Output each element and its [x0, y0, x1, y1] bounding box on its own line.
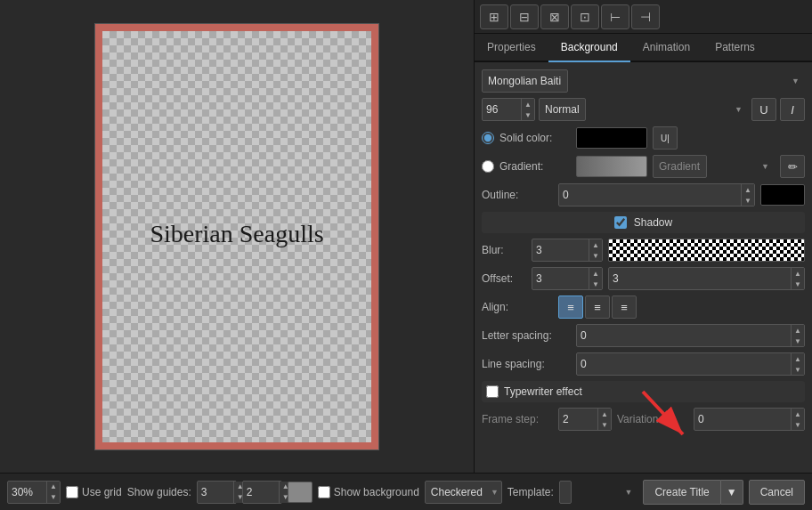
toolbar-btn-6[interactable]: ⊣: [631, 4, 660, 29]
outline-up[interactable]: ▲: [742, 184, 754, 195]
font-style-select[interactable]: Normal: [539, 98, 586, 121]
offset-y-input[interactable]: [609, 272, 791, 285]
line-spacing-down[interactable]: ▼: [792, 364, 804, 375]
typewriter-checkbox[interactable]: [486, 385, 499, 398]
create-title-arrow[interactable]: ▼: [721, 480, 743, 505]
blur-row: Blur: ▲ ▼: [482, 239, 805, 262]
tab-properties[interactable]: Properties: [475, 34, 548, 62]
right-panel: ⊞ ⊟ ⊠ ⊡ ⊢ ⊣ Properties Background Animat…: [474, 0, 812, 473]
frame-step-up[interactable]: ▲: [598, 409, 611, 419]
template-select[interactable]: [559, 481, 572, 504]
blur-label: Blur:: [482, 244, 526, 256]
canvas-area: Siberian Seagulls: [0, 0, 474, 473]
canvas-content: Siberian Seagulls: [94, 23, 379, 450]
frame-step-arrows: ▲ ▼: [597, 409, 611, 430]
align-row: Align: ≡ ≡ ≡: [482, 295, 805, 319]
outline-row: Outline: ▲ ▼: [482, 183, 805, 206]
blur-up[interactable]: ▲: [589, 239, 602, 250]
blur-down[interactable]: ▼: [589, 250, 602, 261]
create-title-button[interactable]: Create Title: [643, 480, 720, 505]
toolbar-btn-3[interactable]: ⊠: [540, 4, 569, 29]
guides-color-swatch[interactable]: [288, 482, 313, 503]
line-spacing-up[interactable]: ▲: [792, 353, 804, 364]
show-guides-text: Show guides:: [127, 486, 191, 498]
guides-spinner-1: ▲ ▼: [197, 481, 237, 504]
variation-label: Variation: [617, 413, 688, 425]
frame-step-down[interactable]: ▼: [598, 419, 611, 430]
line-spacing-input[interactable]: [577, 358, 791, 370]
gradient-select[interactable]: Gradient: [653, 155, 707, 178]
line-spacing-arrows: ▲ ▼: [791, 353, 804, 375]
toolbar-btn-1[interactable]: ⊞: [480, 4, 508, 29]
italic-button[interactable]: I: [780, 98, 805, 121]
font-size-arrows: ▲ ▼: [521, 99, 534, 120]
bottom-toolbar: ▲ ▼ Use grid Show guides: ▲ ▼ ▲ ▼: [0, 473, 812, 510]
blur-input[interactable]: [532, 244, 589, 256]
solid-color-radio[interactable]: [482, 132, 494, 144]
guides-input-2[interactable]: [243, 486, 279, 498]
use-grid-label[interactable]: Use grid: [66, 486, 122, 498]
align-center-button[interactable]: ≡: [585, 295, 610, 319]
zoom-arrows: ▲ ▼: [46, 482, 60, 503]
checkered-wrapper: Checkered ▼: [425, 481, 502, 504]
outline-down[interactable]: ▼: [742, 195, 754, 206]
align-left-button[interactable]: ≡: [558, 295, 583, 319]
frame-step-label: Frame step:: [482, 413, 553, 425]
shadow-checkbox[interactable]: [614, 216, 627, 229]
cancel-button[interactable]: Cancel: [749, 480, 805, 505]
outline-input[interactable]: [559, 189, 741, 201]
offset-x-spinner: ▲ ▼: [532, 267, 603, 290]
font-size-input[interactable]: [483, 103, 521, 116]
tab-patterns[interactable]: Patterns: [702, 34, 767, 62]
align-right-button[interactable]: ≡: [612, 295, 637, 319]
solid-color-swatch[interactable]: [576, 127, 647, 149]
offset-x-input[interactable]: [532, 272, 589, 285]
panel-tabs: Properties Background Animation Patterns: [475, 34, 812, 62]
font-select[interactable]: Mongolian Baiti: [482, 69, 568, 93]
letter-spacing-up[interactable]: ▲: [792, 325, 804, 336]
letter-spacing-input[interactable]: [577, 329, 791, 342]
show-background-label[interactable]: Show background: [318, 486, 419, 498]
bold-button[interactable]: U: [751, 98, 776, 121]
shadow-checkered-swatch[interactable]: [608, 239, 805, 262]
use-grid-checkbox[interactable]: [66, 486, 78, 498]
toolbar-btn-5[interactable]: ⊢: [601, 4, 629, 29]
pencil-button[interactable]: ✏: [780, 155, 805, 178]
variation-down[interactable]: ▼: [792, 419, 804, 430]
offset-y-up[interactable]: ▲: [792, 268, 804, 279]
template-select-wrapper: [559, 481, 638, 504]
zoom-up[interactable]: ▲: [47, 482, 60, 492]
font-size-down[interactable]: ▼: [522, 109, 534, 120]
line-spacing-spinner: ▲ ▼: [576, 352, 805, 376]
size-style-row: ▲ ▼ Normal U I: [482, 98, 805, 121]
gradient-radio[interactable]: [482, 160, 494, 173]
font-size-up[interactable]: ▲: [522, 99, 534, 109]
letter-spacing-row: Letter spacing: ▲ ▼: [482, 324, 805, 347]
offset-x-up[interactable]: ▲: [589, 268, 602, 279]
checkered-select[interactable]: Checkered: [425, 481, 502, 504]
outline-color-swatch[interactable]: [760, 184, 805, 206]
letter-spacing-down[interactable]: ▼: [792, 336, 804, 346]
zoom-input[interactable]: [8, 486, 46, 498]
offset-row: Offset: ▲ ▼ ▲ ▼: [482, 267, 805, 290]
letter-spacing-arrows: ▲ ▼: [791, 325, 804, 346]
toolbar-btn-4[interactable]: ⊡: [571, 4, 599, 29]
offset-x-arrows: ▲ ▼: [589, 268, 602, 289]
variation-up[interactable]: ▲: [792, 409, 804, 419]
letter-spacing-spinner: ▲ ▼: [576, 324, 805, 347]
guides-input-1[interactable]: [198, 486, 233, 498]
line-spacing-label: Line spacing:: [482, 358, 571, 370]
uni-button[interactable]: U|: [653, 126, 678, 150]
tab-animation[interactable]: Animation: [630, 34, 702, 62]
toolbar-btn-2[interactable]: ⊟: [510, 4, 539, 29]
gradient-swatch[interactable]: [576, 156, 647, 177]
variation-input[interactable]: [694, 413, 791, 425]
tab-background[interactable]: Background: [548, 34, 630, 62]
zoom-down[interactable]: ▼: [47, 492, 60, 503]
offset-x-down[interactable]: ▼: [589, 279, 602, 289]
frame-step-input[interactable]: [559, 413, 597, 425]
show-guides-label: Show guides:: [127, 486, 191, 498]
offset-y-down[interactable]: ▼: [792, 279, 804, 289]
show-background-checkbox[interactable]: [318, 486, 330, 498]
outline-spinner: ▲ ▼: [558, 183, 755, 206]
